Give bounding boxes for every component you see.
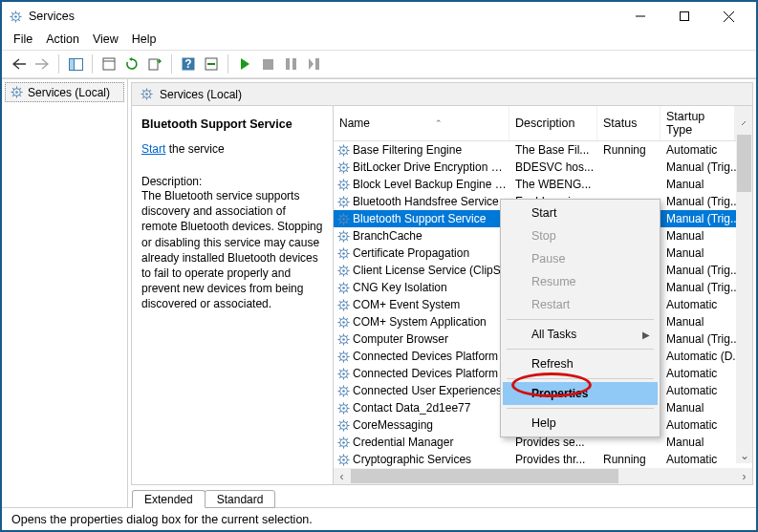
ctx-stop: Stop: [503, 224, 658, 247]
svg-rect-26: [315, 58, 319, 70]
column-headers: Name⌃ Description Status Startup Type: [334, 106, 752, 141]
ctx-properties[interactable]: Properties: [503, 382, 658, 405]
gear-icon: [334, 160, 351, 175]
menu-view[interactable]: View: [93, 32, 119, 46]
description-text: The Bluetooth service supports discovery…: [141, 188, 323, 312]
service-name: Connected User Experiences: [351, 384, 509, 397]
col-startup[interactable]: Startup Type: [661, 106, 735, 140]
action-toolbar-button[interactable]: [200, 53, 223, 75]
service-name: Base Filtering Engine: [351, 143, 509, 157]
menu-file[interactable]: File: [13, 32, 32, 46]
service-name: Contact Data_2d1ee77: [351, 401, 509, 415]
gear-icon: [334, 350, 351, 364]
gear-icon: [334, 453, 351, 467]
menu-help[interactable]: Help: [132, 32, 157, 46]
svg-text:?: ?: [184, 57, 191, 71]
gear-icon: [334, 298, 351, 312]
ctx-help[interactable]: Help: [503, 412, 658, 435]
service-name: COM+ System Application: [351, 315, 509, 329]
ctx-all-tasks[interactable]: All Tasks▶: [503, 323, 658, 346]
service-status: Running: [597, 143, 661, 157]
gear-icon: [334, 332, 351, 347]
ctx-pause: Pause: [503, 247, 658, 270]
pause-service-button[interactable]: [279, 53, 302, 75]
svg-rect-16: [103, 58, 115, 70]
stop-service-button[interactable]: [256, 53, 279, 75]
service-name: CNG Key Isolation: [351, 281, 509, 294]
tab-standard[interactable]: Standard: [205, 490, 276, 508]
col-name[interactable]: Name⌃: [334, 106, 509, 140]
help-toolbar-button[interactable]: ?: [177, 53, 200, 75]
ctx-start[interactable]: Start: [503, 202, 658, 224]
status-bar: Opens the properties dialog box for the …: [2, 507, 756, 530]
service-list: Name⌃ Description Status Startup Type Ba…: [333, 106, 752, 484]
gear-icon: [334, 264, 351, 278]
menu-action[interactable]: Action: [46, 32, 79, 46]
start-suffix: the service: [165, 142, 224, 156]
svg-rect-24: [286, 58, 290, 70]
show-hide-tree-button[interactable]: [64, 53, 87, 75]
service-name: BitLocker Drive Encryption Se...: [351, 160, 509, 174]
service-name: Connected Devices Platform: [351, 367, 509, 380]
service-row[interactable]: Cryptographic ServicesProvides thr...Run…: [334, 451, 752, 468]
gear-icon: [334, 281, 351, 295]
col-status[interactable]: Status: [597, 106, 661, 140]
gear-icon: [334, 178, 351, 192]
submenu-arrow-icon: ▶: [642, 330, 650, 340]
service-desc: Provides se...: [509, 436, 597, 449]
service-row[interactable]: BitLocker Drive Encryption Se...BDESVC h…: [334, 159, 752, 176]
scroll-left-icon[interactable]: ‹: [334, 468, 350, 484]
gear-icon: [334, 229, 351, 244]
ctx-restart: Restart: [503, 293, 658, 316]
hscroll-thumb[interactable]: [351, 469, 618, 483]
gear-icon: [334, 401, 351, 415]
window-title: Services: [29, 10, 618, 23]
tab-extended[interactable]: Extended: [132, 490, 206, 508]
service-name: Client License Service (ClipSV: [351, 264, 509, 277]
main-pane: Services (Local) Bluetooth Support Servi…: [131, 82, 753, 485]
scroll-down-icon[interactable]: ⌄: [736, 447, 752, 463]
start-service-link[interactable]: Start: [141, 142, 165, 156]
horizontal-scrollbar[interactable]: ‹ ›: [334, 468, 752, 484]
service-name: BranchCache: [351, 229, 509, 243]
service-row[interactable]: Base Filtering EngineThe Base Fil...Runn…: [334, 141, 752, 159]
forward-button[interactable]: [31, 53, 54, 75]
gear-icon: [334, 436, 351, 450]
service-desc: BDESVC hos...: [509, 160, 597, 174]
tree-pane: Services (Local): [2, 79, 128, 507]
properties-toolbar-button[interactable]: [97, 53, 120, 75]
toolbar: ?: [2, 50, 756, 78]
col-description[interactable]: Description: [509, 106, 597, 140]
start-service-button[interactable]: [233, 53, 256, 75]
back-button[interactable]: [8, 53, 31, 75]
svg-rect-11: [681, 12, 689, 21]
vertical-scrollbar[interactable]: ⌄: [736, 131, 752, 463]
description-label: Description:: [141, 175, 323, 188]
export-list-button[interactable]: [143, 53, 166, 75]
ctx-resume: Resume: [503, 270, 658, 293]
ctx-refresh[interactable]: Refresh: [503, 352, 658, 375]
svg-rect-23: [263, 59, 273, 70]
tree-root-label: Services (Local): [28, 86, 110, 99]
gear-icon: [334, 246, 351, 261]
close-button[interactable]: [706, 3, 750, 30]
scroll-right-icon[interactable]: ›: [736, 468, 752, 484]
gear-icon: [334, 367, 351, 381]
restart-service-button[interactable]: [302, 53, 325, 75]
service-desc: The WBENG...: [509, 178, 597, 191]
view-tabs: Extended Standard: [128, 488, 756, 508]
service-row[interactable]: Block Level Backup Engine Se...The WBENG…: [334, 176, 752, 193]
menu-bar: File Action View Help: [2, 31, 756, 50]
vscroll-thumb[interactable]: [737, 135, 751, 192]
main-header: Services (Local): [132, 83, 752, 106]
tree-root-item[interactable]: Services (Local): [5, 82, 124, 102]
refresh-toolbar-button[interactable]: [120, 53, 143, 75]
maximize-button[interactable]: [662, 3, 706, 30]
content-area: Services (Local) Services (Local) Blueto…: [2, 78, 756, 507]
gear-icon: [334, 212, 351, 226]
service-name: Bluetooth Handsfree Service: [351, 195, 509, 208]
svg-rect-25: [292, 58, 296, 70]
service-name: CoreMessaging: [351, 418, 509, 432]
service-desc: Provides thr...: [509, 453, 597, 466]
minimize-button[interactable]: [618, 3, 662, 30]
